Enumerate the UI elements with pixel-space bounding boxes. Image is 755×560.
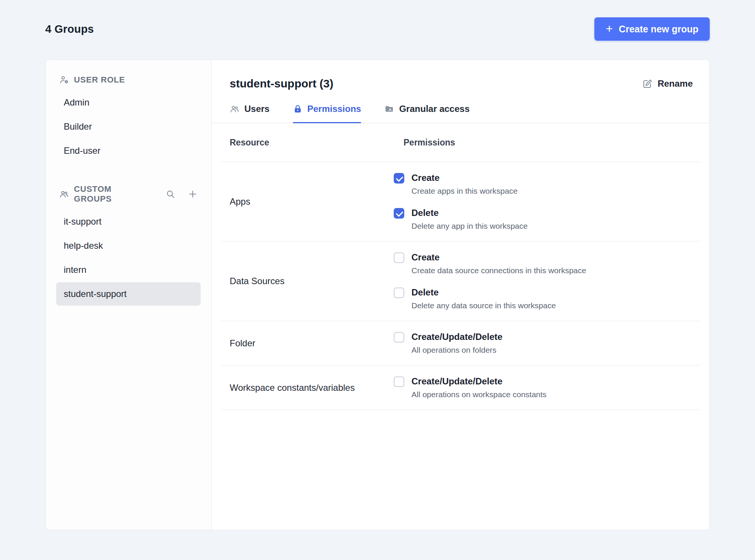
- group-detail-header: student-support (3) Rename: [212, 60, 709, 90]
- groups-page: 4 Groups + Create new group USER ROLE Ad…: [0, 0, 755, 560]
- checkbox-folder-cud[interactable]: [394, 332, 404, 343]
- permissions-column-header: Permissions: [394, 138, 455, 148]
- pencil-icon: [642, 79, 652, 89]
- sidebar-item-admin[interactable]: Admin: [56, 91, 201, 114]
- permission-item: Create Create data source connections in…: [394, 252, 586, 275]
- sidebar-item-help-desk[interactable]: help-desk: [56, 234, 201, 257]
- group-detail-panel: student-support (3) Rename: [212, 60, 709, 530]
- permission-label: Create/Update/Delete: [411, 376, 546, 387]
- tab-granular-access-label: Granular access: [399, 104, 470, 114]
- tab-permissions-label: Permissions: [307, 104, 361, 114]
- permission-list: Create Create apps in this workspace Del…: [394, 172, 528, 231]
- resource-label: Workspace constants/variables: [230, 383, 394, 393]
- permission-label: Create/Update/Delete: [411, 331, 502, 343]
- permission-description: Create apps in this workspace: [411, 186, 517, 196]
- sidebar-item-intern[interactable]: intern: [56, 258, 201, 282]
- page-title: 4 Groups: [45, 23, 94, 35]
- sidebar-item-student-support[interactable]: student-support: [56, 282, 201, 306]
- custom-groups-header-label: CUSTOM GROUPS: [74, 184, 148, 204]
- search-icon: [166, 189, 175, 199]
- user-role-header-label: USER ROLE: [74, 75, 125, 85]
- tab-granular-access[interactable]: Granular access: [384, 104, 470, 123]
- permission-label: Create: [411, 252, 586, 263]
- sidebar-item-builder[interactable]: Builder: [56, 115, 201, 138]
- checkbox-apps-delete[interactable]: [394, 208, 404, 219]
- resource-column-header: Resource: [230, 138, 394, 148]
- permission-list: Create/Update/Delete All operations on f…: [394, 331, 502, 355]
- checkbox-data-sources-create[interactable]: [394, 252, 404, 263]
- permission-label: Delete: [411, 207, 528, 219]
- create-new-group-button[interactable]: + Create new group: [594, 17, 710, 41]
- lock-icon: [293, 104, 302, 114]
- tab-permissions[interactable]: Permissions: [293, 104, 361, 123]
- plus-icon: [188, 189, 198, 199]
- permission-item: Create Create apps in this workspace: [394, 172, 528, 196]
- sidebar: USER ROLE Admin Builder End-user CUSTOM …: [46, 60, 212, 530]
- resource-label: Folder: [230, 338, 394, 349]
- table-header-row: Resource Permissions: [220, 123, 701, 162]
- permission-list: Create/Update/Delete All operations on w…: [394, 376, 546, 399]
- tab-users-label: Users: [244, 104, 270, 114]
- table-row-apps: Apps Create Create apps in this workspac…: [220, 162, 701, 241]
- add-group-button[interactable]: [188, 189, 198, 199]
- resource-label: Apps: [230, 196, 394, 207]
- sidebar-gap: [56, 163, 201, 179]
- permission-item: Create/Update/Delete All operations on f…: [394, 331, 502, 355]
- rename-label: Rename: [658, 78, 693, 89]
- group-title: student-support (3): [230, 77, 333, 90]
- user-role-header: USER ROLE: [56, 70, 201, 90]
- search-groups-button[interactable]: [166, 189, 175, 199]
- users-icon: [230, 104, 239, 114]
- groups-card: USER ROLE Admin Builder End-user CUSTOM …: [45, 60, 710, 530]
- topbar: 4 Groups + Create new group: [0, 0, 755, 41]
- tab-users[interactable]: Users: [230, 104, 270, 123]
- permission-description: All operations on workspace constants: [411, 389, 546, 399]
- permission-label: Delete: [411, 287, 556, 298]
- table-row-workspace-constants: Workspace constants/variables Create/Upd…: [220, 365, 701, 410]
- table-row-data-sources: Data Sources Create Create data source c…: [220, 241, 701, 321]
- checkbox-workspace-constants-cud[interactable]: [394, 376, 404, 387]
- resource-label: Data Sources: [230, 276, 394, 286]
- sidebar-item-end-user[interactable]: End-user: [56, 139, 201, 162]
- permission-description: Create data source connections in this w…: [411, 265, 586, 275]
- sidebar-item-it-support[interactable]: it-support: [56, 210, 201, 233]
- create-new-group-label: Create new group: [619, 24, 698, 35]
- permission-item: Delete Delete any data source in this wo…: [394, 287, 586, 311]
- plus-icon: +: [606, 23, 613, 35]
- user-role-icon: [59, 75, 69, 85]
- permission-label: Create: [411, 172, 517, 184]
- checkbox-apps-create[interactable]: [394, 173, 404, 184]
- folder-icon: [384, 104, 394, 114]
- checkbox-data-sources-delete[interactable]: [394, 288, 404, 298]
- permission-item: Create/Update/Delete All operations on w…: [394, 376, 546, 399]
- tab-bar: Users Permissions Gran: [212, 104, 709, 123]
- table-row-folder: Folder Create/Update/Delete All operatio…: [220, 321, 701, 365]
- permission-description: Delete any data source in this workspace: [411, 300, 556, 311]
- permission-description: Delete any app in this workspace: [411, 221, 528, 231]
- permission-item: Delete Delete any app in this workspace: [394, 207, 528, 231]
- custom-groups-header: CUSTOM GROUPS: [56, 179, 201, 209]
- permissions-table: Resource Permissions Apps Create Create …: [220, 123, 701, 410]
- custom-groups-icon: [59, 189, 69, 199]
- rename-button[interactable]: Rename: [642, 78, 693, 89]
- permission-list: Create Create data source connections in…: [394, 252, 586, 311]
- permission-description: All operations on folders: [411, 345, 502, 355]
